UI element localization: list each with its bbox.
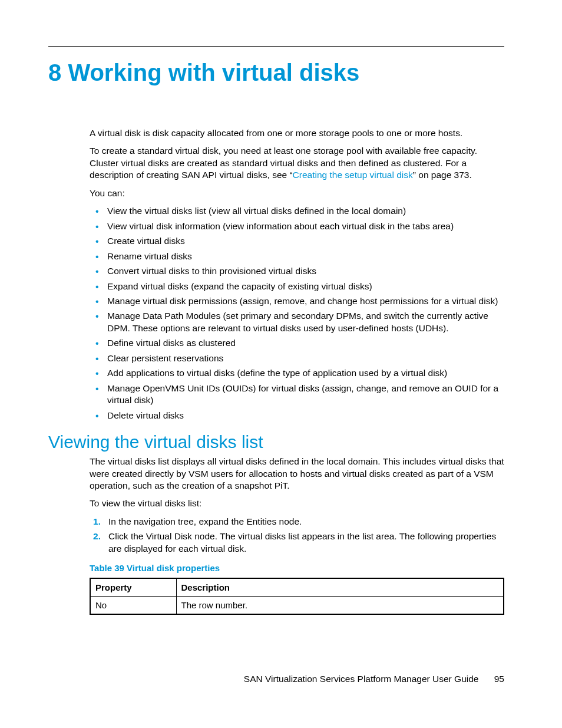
top-rule [48,46,504,47]
you-can-label: You can: [90,187,504,199]
td-description: The row number. [176,597,504,615]
list-item: Expand virtual disks (expand the capacit… [90,281,504,292]
list-item: Manage virtual disk permissions (assign,… [90,295,504,307]
section-body: The virtual disks list displays all virt… [90,456,504,615]
table-header-row: Property Description [90,578,504,597]
capabilities-list: View the virtual disks list (view all vi… [90,205,504,421]
list-item: Convert virtual disks to thin provisione… [90,265,504,277]
list-item: Rename virtual disks [90,251,504,262]
chapter-heading: 8 Working with virtual disks [48,60,504,86]
td-property: No [90,597,176,615]
chapter-number: 8 [48,60,61,85]
footer-text: SAN Virtualization Services Platform Man… [244,674,479,684]
list-item: Manage Data Path Modules (set primary an… [90,310,504,334]
list-item: Define virtual disks as clustered [90,337,504,349]
list-item: Add applications to virtual disks (defin… [90,367,504,379]
properties-table: Property Description No The row number. [90,578,504,615]
list-item: View virtual disk information (view info… [90,220,504,232]
table-row: No The row number. [90,597,504,615]
section-p2: To view the virtual disks list: [90,498,504,509]
intro-block: A virtual disk is disk capacity allocate… [90,127,504,421]
step-item: Click the Virtual Disk node. The virtual… [90,531,504,555]
list-item: Clear persistent reservations [90,353,504,364]
steps-list: In the navigation tree, expand the Entit… [90,516,504,555]
page-number: 95 [494,674,504,684]
chapter-title: Working with virtual disks [68,60,359,85]
section-p1: The virtual disks list displays all virt… [90,456,504,492]
link-creating-setup-virtual-disk[interactable]: Creating the setup virtual disk [293,170,413,180]
intro-p2-b: ” on page 373. [413,170,472,180]
th-description: Description [176,578,504,597]
step-item: In the navigation tree, expand the Entit… [90,516,504,528]
document-page: 8 Working with virtual disks A virtual d… [0,0,562,728]
list-item: View the virtual disks list (view all vi… [90,205,504,217]
page-footer: SAN Virtualization Services Platform Man… [244,674,504,684]
list-item: Create virtual disks [90,235,504,247]
section-heading: Viewing the virtual disks list [48,432,504,452]
list-item: Delete virtual disks [90,410,504,421]
intro-paragraph-2: To create a standard virtual disk, you n… [90,145,504,181]
list-item: Manage OpenVMS Unit IDs (OUIDs) for virt… [90,383,504,407]
intro-paragraph-1: A virtual disk is disk capacity allocate… [90,127,504,139]
table-caption: Table 39 Virtual disk properties [90,563,504,573]
th-property: Property [90,578,176,597]
